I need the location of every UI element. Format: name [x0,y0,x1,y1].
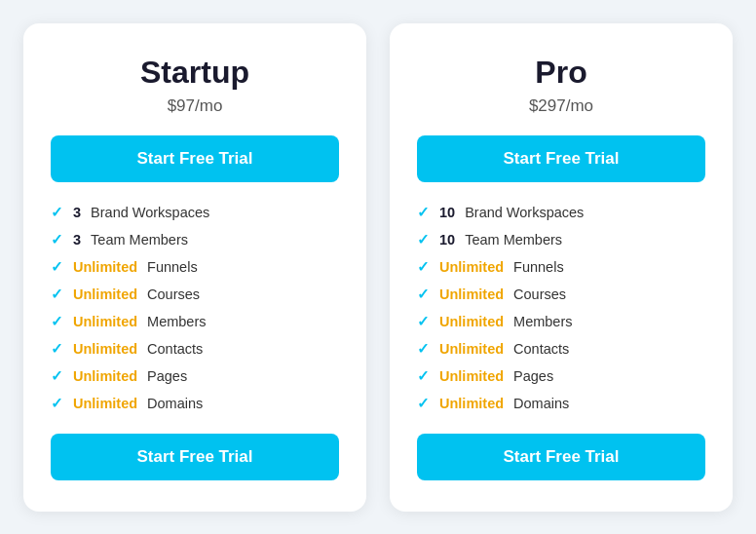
feature-unlimited-label: Unlimited [73,368,137,384]
feature-text: Members [513,314,572,329]
list-item: ✓Unlimited Contacts [51,340,339,358]
cta-bottom-pro[interactable]: Start Free Trial [417,434,705,480]
feature-unlimited-label: Unlimited [73,396,137,411]
plan-price-pro: $297/mo [417,96,705,116]
feature-text: Contacts [147,341,203,357]
feature-text: Funnels [147,259,198,275]
pricing-card-startup: Startup$97/moStart Free Trial✓3 Brand Wo… [23,23,366,512]
plan-name-pro: Pro [417,55,705,91]
check-icon: ✓ [51,258,63,276]
feature-unlimited-label: Unlimited [73,286,137,302]
cta-top-startup[interactable]: Start Free Trial [51,135,339,182]
check-icon: ✓ [51,340,63,358]
check-icon: ✓ [417,231,430,248]
feature-unlimited-label: Unlimited [439,286,504,302]
feature-text: Team Members [465,232,562,248]
feature-text: Pages [147,368,187,384]
features-list-pro: ✓10 Brand Workspaces✓10 Team Members✓Unl… [417,204,705,412]
feature-number-label: 3 [73,232,81,248]
list-item: ✓Unlimited Members [51,313,339,330]
check-icon: ✓ [51,395,63,412]
feature-text: Contacts [513,341,569,357]
feature-number-label: 3 [73,205,81,220]
feature-text: Domains [147,396,203,411]
check-icon: ✓ [51,286,63,303]
list-item: ✓Unlimited Pages [51,367,339,385]
check-icon: ✓ [417,340,430,358]
feature-unlimited-label: Unlimited [439,314,504,329]
feature-text: Courses [147,286,200,302]
cta-bottom-startup[interactable]: Start Free Trial [51,434,339,480]
check-icon: ✓ [417,395,430,412]
feature-unlimited-label: Unlimited [73,259,137,275]
plan-price-startup: $97/mo [51,96,339,116]
feature-unlimited-label: Unlimited [439,341,504,357]
feature-text: Domains [513,396,569,411]
list-item: ✓Unlimited Domains [417,395,705,412]
feature-text: Brand Workspaces [91,205,209,220]
feature-text: Pages [513,368,553,384]
list-item: ✓Unlimited Pages [417,367,705,385]
list-item: ✓Unlimited Courses [51,286,339,303]
feature-number-label: 10 [439,232,455,248]
check-icon: ✓ [417,286,430,303]
list-item: ✓Unlimited Members [417,313,705,330]
check-icon: ✓ [51,367,63,385]
list-item: ✓3 Team Members [51,231,339,248]
check-icon: ✓ [51,231,63,248]
check-icon: ✓ [417,313,430,330]
list-item: ✓Unlimited Funnels [51,258,339,276]
cta-top-pro[interactable]: Start Free Trial [417,135,705,182]
feature-text: Courses [513,286,566,302]
check-icon: ✓ [417,204,430,221]
features-list-startup: ✓3 Brand Workspaces✓3 Team Members✓Unlim… [51,204,339,412]
feature-unlimited-label: Unlimited [439,259,504,275]
feature-text: Funnels [513,259,564,275]
plan-name-startup: Startup [51,55,339,91]
list-item: ✓10 Brand Workspaces [417,204,705,221]
check-icon: ✓ [417,367,430,385]
check-icon: ✓ [51,313,63,330]
feature-text: Members [147,314,206,329]
list-item: ✓Unlimited Funnels [417,258,705,276]
feature-unlimited-label: Unlimited [439,396,504,411]
feature-text: Brand Workspaces [465,205,584,220]
feature-number-label: 10 [439,205,455,220]
feature-unlimited-label: Unlimited [73,341,137,357]
feature-unlimited-label: Unlimited [73,314,137,329]
pricing-card-pro: Pro$297/moStart Free Trial✓10 Brand Work… [390,23,733,512]
feature-text: Team Members [91,232,188,248]
check-icon: ✓ [417,258,430,276]
list-item: ✓3 Brand Workspaces [51,204,339,221]
list-item: ✓Unlimited Courses [417,286,705,303]
pricing-container: Startup$97/moStart Free Trial✓3 Brand Wo… [0,0,756,534]
check-icon: ✓ [51,204,63,221]
list-item: ✓Unlimited Contacts [417,340,705,358]
list-item: ✓10 Team Members [417,231,705,248]
feature-unlimited-label: Unlimited [439,368,504,384]
list-item: ✓Unlimited Domains [51,395,339,412]
